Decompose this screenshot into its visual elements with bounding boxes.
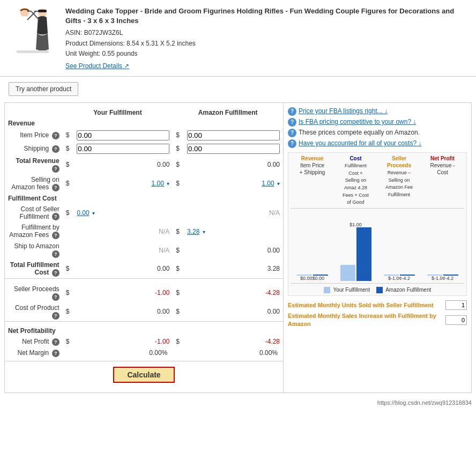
legend-amazon: Amazon Fulfillment [376,287,431,293]
tip-icon-0: ? [288,107,296,116]
your-ship-amazon: N/A [63,241,173,260]
tip-icon-1: ? [288,118,296,127]
dimensions-label: Product Dimensions: [65,40,125,47]
monthly-units-input[interactable] [445,300,467,310]
product-image [9,6,57,55]
amazon-cost-seller: N/A [173,204,283,223]
your-item-price-input[interactable] [77,130,169,140]
amazon-seller-proceeds: -4.28 [184,284,283,302]
chart-group-revenue: $0.00$0.00 [293,275,332,281]
your-total-revenue: 0.00 [73,155,173,174]
cost-seller-info-icon[interactable]: ? [52,213,59,220]
try-another-button[interactable]: Try another product [9,82,78,96]
item-price-info-icon[interactable]: ? [52,132,59,139]
product-image-svg [11,6,54,55]
total-fulfillment-label: Total Fulfillment Cost ? [5,260,63,278]
total-revenue-info-icon[interactable]: ? [52,165,59,173]
your-net-margin: 0.00% [63,347,173,359]
monthly-units-label: Estimated Monthly Units Sold with Seller… [288,301,445,309]
total-revenue-label: Total Revenue ? [5,155,63,174]
calc-right: ? Price your FBA listings right... ↓ ? I… [284,103,471,392]
ship-amazon-label: Ship to Amazon ? [5,241,63,260]
tip-item-3: ? Have you accounted for all of your cos… [288,139,467,148]
revenue-section-label: Revenue [5,118,283,129]
asin-value: B072JW3Z6L [84,29,123,36]
net-profitability-label: Net Profitability [5,325,283,336]
your-fulfillment-amazon: N/A [63,222,173,241]
chart-header-cost: CostFulfillmentCost +Selling onAmaz 4.28… [334,155,377,206]
calculate-row: Calculate [5,361,283,388]
amazon-total-revenue: 0.00 [184,155,283,174]
sales-increase-input[interactable] [445,315,467,325]
amazon-total-fulfillment: 3.28 [184,260,283,278]
tip-link-0[interactable]: Price your FBA listings right... ↓ [299,107,388,115]
amazon-shipping-input[interactable] [187,144,280,154]
amazon-selling-fees-dropdown[interactable]: ▾ [277,181,280,187]
your-shipping-input[interactable] [77,144,169,154]
chart-label-netprofit: $-1.0¢-4.2 [432,276,453,281]
legend-amazon-box [376,287,383,293]
weight-value: 0.55 pounds [102,50,137,57]
tip-links: ? Price your FBA listings right... ↓ ? I… [288,107,467,148]
chart-top-cost: $1.00 [349,222,362,227]
ship-amazon-info-icon[interactable]: ? [52,250,59,258]
your-selling-fees[interactable]: 1.00 [152,180,164,187]
your-cost-seller-dropdown[interactable]: ▾ [92,210,95,216]
product-section: Wedding Cake Topper - Bride and Groom Fi… [0,0,476,77]
seller-proceeds-info-icon[interactable]: ? [52,293,59,301]
net-profit-info-icon[interactable]: ? [52,338,59,346]
product-title: Wedding Cake Topper - Bride and Groom Fi… [65,6,467,26]
amazon-item-price-dollar: $ [176,131,181,139]
svg-rect-4 [38,10,47,12]
cost-product-info-icon[interactable]: ? [52,312,59,320]
your-cost-product: 0.00 [73,302,173,321]
try-another-container: Try another product [0,77,476,102]
amazon-item-price-input[interactable] [187,130,280,140]
chart-headers: RevenueItem Price+ Shipping CostFulfillm… [291,155,464,209]
tip-item-2: ? These prices compete equally on Amazon… [288,129,467,137]
chart-group-cost: $1.00 [337,222,375,281]
see-product-link[interactable]: See Product Details ↗ [65,62,129,70]
amazon-cost-product: 0.00 [184,302,283,321]
calculate-button[interactable]: Calculate [113,367,174,383]
chart-group-proceeds: $-1.0¢-4.2 [380,275,419,281]
amazon-selling-fees[interactable]: 1.00 [262,180,274,187]
chart-header-net-profit: Net ProfitRevenue -Cost [421,155,464,206]
svg-rect-7 [17,50,49,53]
calc-table: Your Fulfillment Amazon Fulfillment Reve… [5,107,283,359]
col-header-your: Your Fulfillment [63,107,173,118]
bar-your-cost [340,265,355,281]
bar-your-proceeds [384,275,399,276]
amazon-net-profit: -4.28 [184,336,283,347]
your-cost-seller[interactable]: 0.00 [77,209,89,217]
your-net-profit: -1.00 [73,336,173,347]
chart-header-revenue: RevenueItem Price+ Shipping [291,155,334,206]
svg-rect-6 [27,11,32,12]
fulfillment-cost-label: Fulfillment Cost [5,193,283,204]
seller-proceeds-label: Seller Proceeds ? [5,284,63,302]
amazon-fulfillment-fees-dropdown[interactable]: ▾ [203,229,205,235]
shipping-label: Shipping ? [5,142,63,155]
fulfillment-amazon-info-icon[interactable]: ? [52,232,59,239]
shipping-info-icon[interactable]: ? [52,145,59,153]
bar-amazon-revenue [313,275,328,276]
chart-bars-area: $0.00$0.00 $1.00 [291,209,464,284]
net-margin-info-icon[interactable]: ? [52,350,59,357]
est-row-monthly-units: Estimated Monthly Units Sold with Seller… [288,300,467,310]
selling-fees-info-icon[interactable]: ? [52,184,59,191]
cost-seller-label: Cost of Seller Fulfillment ? [5,204,63,223]
tip-link-1[interactable]: Is FBA pricing competitive to your own? … [299,118,416,125]
your-selling-fees-dropdown[interactable]: ▾ [167,181,169,187]
bar-amazon-proceeds [400,275,415,276]
svg-rect-2 [34,11,39,12]
calc-inner: Your Fulfillment Amazon Fulfillment Reve… [5,103,471,392]
asin-label: ASIN: [65,29,82,36]
dimensions-value: 8.54 x 5.31 X 5.2 inches [127,40,196,47]
est-row-sales-increase: Estimated Monthly Sales Increase with Fu… [288,312,467,328]
bar-amazon-netprofit [443,275,458,276]
total-fulfillment-info-icon[interactable]: ? [52,269,59,277]
cost-product-label: Cost of Product ? [5,302,63,321]
estimated-section: Estimated Monthly Units Sold with Seller… [288,300,467,328]
amazon-fulfillment-fees[interactable]: 3.28 [187,228,199,235]
tip-link-3[interactable]: Have you accounted for all of your costs… [299,139,421,147]
